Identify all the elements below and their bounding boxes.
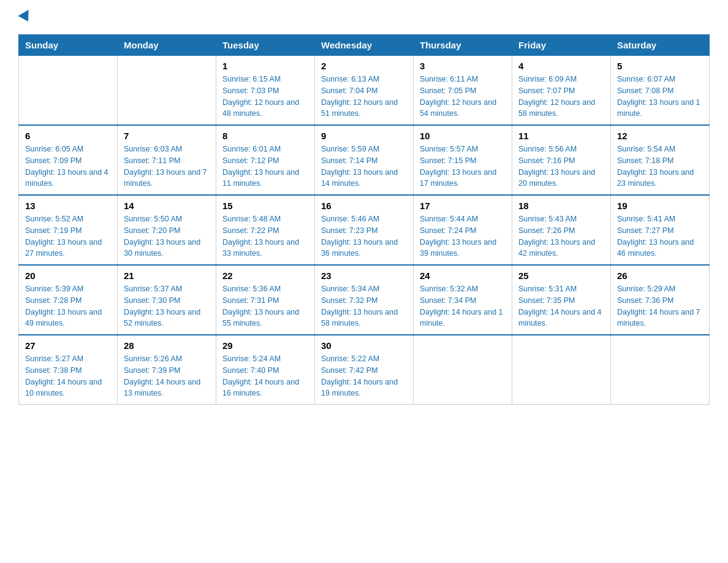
weekday-header-friday: Friday (512, 35, 611, 56)
calendar-cell: 24Sunrise: 5:32 AMSunset: 7:34 PMDayligh… (414, 265, 512, 335)
calendar-cell: 13Sunrise: 5:52 AMSunset: 7:19 PMDayligh… (19, 195, 118, 265)
day-number: 17 (420, 201, 506, 211)
day-number: 25 (518, 270, 604, 281)
sun-info: Sunrise: 6:13 AMSunset: 7:04 PMDaylight:… (321, 74, 407, 120)
day-number: 4 (518, 61, 604, 71)
day-number: 23 (321, 270, 407, 281)
sun-info: Sunrise: 5:31 AMSunset: 7:35 PMDaylight:… (518, 283, 604, 329)
day-number: 1 (222, 61, 308, 71)
sun-info: Sunrise: 6:05 AMSunset: 7:09 PMDaylight:… (25, 144, 111, 190)
weekday-header-wednesday: Wednesday (315, 35, 414, 56)
calendar-week-row: 27Sunrise: 5:27 AMSunset: 7:38 PMDayligh… (19, 335, 710, 405)
sun-info: Sunrise: 6:07 AMSunset: 7:08 PMDaylight:… (617, 74, 703, 120)
calendar-cell: 11Sunrise: 5:56 AMSunset: 7:16 PMDayligh… (512, 125, 611, 195)
sun-info: Sunrise: 5:43 AMSunset: 7:26 PMDaylight:… (518, 213, 604, 259)
logo (18, 12, 32, 23)
calendar-cell (512, 335, 611, 405)
day-number: 29 (222, 340, 308, 351)
weekday-header-thursday: Thursday (414, 35, 512, 56)
sun-info: Sunrise: 5:34 AMSunset: 7:32 PMDaylight:… (321, 283, 407, 329)
calendar-cell: 1Sunrise: 6:15 AMSunset: 7:03 PMDaylight… (216, 56, 315, 126)
calendar-cell: 23Sunrise: 5:34 AMSunset: 7:32 PMDayligh… (315, 265, 414, 335)
sun-info: Sunrise: 5:26 AMSunset: 7:39 PMDaylight:… (124, 353, 210, 399)
calendar-cell (118, 56, 216, 126)
sun-info: Sunrise: 5:59 AMSunset: 7:14 PMDaylight:… (321, 144, 407, 190)
calendar-week-row: 13Sunrise: 5:52 AMSunset: 7:19 PMDayligh… (19, 195, 710, 265)
sun-info: Sunrise: 5:36 AMSunset: 7:31 PMDaylight:… (222, 283, 308, 329)
calendar-cell: 4Sunrise: 6:09 AMSunset: 7:07 PMDaylight… (512, 56, 611, 126)
calendar-cell: 17Sunrise: 5:44 AMSunset: 7:24 PMDayligh… (414, 195, 512, 265)
calendar-cell: 18Sunrise: 5:43 AMSunset: 7:26 PMDayligh… (512, 195, 611, 265)
calendar-cell (414, 335, 512, 405)
sun-info: Sunrise: 6:03 AMSunset: 7:11 PMDaylight:… (124, 144, 210, 190)
calendar-cell: 15Sunrise: 5:48 AMSunset: 7:22 PMDayligh… (216, 195, 315, 265)
day-number: 16 (321, 201, 407, 211)
calendar-cell (611, 335, 710, 405)
calendar-cell: 3Sunrise: 6:11 AMSunset: 7:05 PMDaylight… (414, 56, 512, 126)
calendar-cell: 19Sunrise: 5:41 AMSunset: 7:27 PMDayligh… (611, 195, 710, 265)
calendar-cell: 25Sunrise: 5:31 AMSunset: 7:35 PMDayligh… (512, 265, 611, 335)
sun-info: Sunrise: 5:50 AMSunset: 7:20 PMDaylight:… (124, 213, 210, 259)
calendar-cell: 29Sunrise: 5:24 AMSunset: 7:40 PMDayligh… (216, 335, 315, 405)
calendar-table: SundayMondayTuesdayWednesdayThursdayFrid… (18, 34, 710, 405)
calendar-cell: 9Sunrise: 5:59 AMSunset: 7:14 PMDaylight… (315, 125, 414, 195)
calendar-cell: 5Sunrise: 6:07 AMSunset: 7:08 PMDaylight… (611, 56, 710, 126)
day-number: 27 (25, 340, 111, 351)
sun-info: Sunrise: 6:15 AMSunset: 7:03 PMDaylight:… (222, 74, 308, 120)
page-header (18, 12, 710, 23)
sun-info: Sunrise: 5:48 AMSunset: 7:22 PMDaylight:… (222, 213, 308, 259)
calendar-cell: 30Sunrise: 5:22 AMSunset: 7:42 PMDayligh… (315, 335, 414, 405)
calendar-cell: 2Sunrise: 6:13 AMSunset: 7:04 PMDaylight… (315, 56, 414, 126)
calendar-cell: 21Sunrise: 5:37 AMSunset: 7:30 PMDayligh… (118, 265, 216, 335)
sun-info: Sunrise: 5:54 AMSunset: 7:18 PMDaylight:… (617, 144, 703, 190)
day-number: 20 (25, 270, 111, 281)
calendar-cell: 20Sunrise: 5:39 AMSunset: 7:28 PMDayligh… (19, 265, 118, 335)
calendar-cell: 16Sunrise: 5:46 AMSunset: 7:23 PMDayligh… (315, 195, 414, 265)
day-number: 11 (518, 131, 604, 141)
day-number: 24 (420, 270, 506, 281)
sun-info: Sunrise: 5:57 AMSunset: 7:15 PMDaylight:… (420, 144, 506, 190)
weekday-header-sunday: Sunday (19, 35, 118, 56)
calendar-cell: 10Sunrise: 5:57 AMSunset: 7:15 PMDayligh… (414, 125, 512, 195)
calendar-cell: 6Sunrise: 6:05 AMSunset: 7:09 PMDaylight… (19, 125, 118, 195)
calendar-cell: 26Sunrise: 5:29 AMSunset: 7:36 PMDayligh… (611, 265, 710, 335)
calendar-cell: 27Sunrise: 5:27 AMSunset: 7:38 PMDayligh… (19, 335, 118, 405)
sun-info: Sunrise: 6:11 AMSunset: 7:05 PMDaylight:… (420, 74, 506, 120)
sun-info: Sunrise: 5:41 AMSunset: 7:27 PMDaylight:… (617, 213, 703, 259)
calendar-cell (19, 56, 118, 126)
sun-info: Sunrise: 5:22 AMSunset: 7:42 PMDaylight:… (321, 353, 407, 399)
sun-info: Sunrise: 5:44 AMSunset: 7:24 PMDaylight:… (420, 213, 506, 259)
calendar-cell: 7Sunrise: 6:03 AMSunset: 7:11 PMDaylight… (118, 125, 216, 195)
day-number: 26 (617, 270, 703, 281)
calendar-cell: 28Sunrise: 5:26 AMSunset: 7:39 PMDayligh… (118, 335, 216, 405)
calendar-week-row: 20Sunrise: 5:39 AMSunset: 7:28 PMDayligh… (19, 265, 710, 335)
day-number: 2 (321, 61, 407, 71)
day-number: 10 (420, 131, 506, 141)
sun-info: Sunrise: 6:01 AMSunset: 7:12 PMDaylight:… (222, 144, 308, 190)
weekday-header-saturday: Saturday (611, 35, 710, 56)
day-number: 6 (25, 131, 111, 141)
calendar-cell: 22Sunrise: 5:36 AMSunset: 7:31 PMDayligh… (216, 265, 315, 335)
sun-info: Sunrise: 5:24 AMSunset: 7:40 PMDaylight:… (222, 353, 308, 399)
sun-info: Sunrise: 5:46 AMSunset: 7:23 PMDaylight:… (321, 213, 407, 259)
day-number: 7 (124, 131, 210, 141)
day-number: 15 (222, 201, 308, 211)
day-number: 3 (420, 61, 506, 71)
calendar-week-row: 6Sunrise: 6:05 AMSunset: 7:09 PMDaylight… (19, 125, 710, 195)
day-number: 22 (222, 270, 308, 281)
calendar-week-row: 1Sunrise: 6:15 AMSunset: 7:03 PMDaylight… (19, 56, 710, 126)
day-number: 9 (321, 131, 407, 141)
day-number: 30 (321, 340, 407, 351)
sun-info: Sunrise: 5:56 AMSunset: 7:16 PMDaylight:… (518, 144, 604, 190)
day-number: 14 (124, 201, 210, 211)
weekday-header-tuesday: Tuesday (216, 35, 315, 56)
sun-info: Sunrise: 5:39 AMSunset: 7:28 PMDaylight:… (25, 283, 111, 329)
day-number: 18 (518, 201, 604, 211)
day-number: 28 (124, 340, 210, 351)
sun-info: Sunrise: 5:27 AMSunset: 7:38 PMDaylight:… (25, 353, 111, 399)
day-number: 8 (222, 131, 308, 141)
day-number: 19 (617, 201, 703, 211)
calendar-cell: 8Sunrise: 6:01 AMSunset: 7:12 PMDaylight… (216, 125, 315, 195)
day-number: 13 (25, 201, 111, 211)
sun-info: Sunrise: 5:37 AMSunset: 7:30 PMDaylight:… (124, 283, 210, 329)
